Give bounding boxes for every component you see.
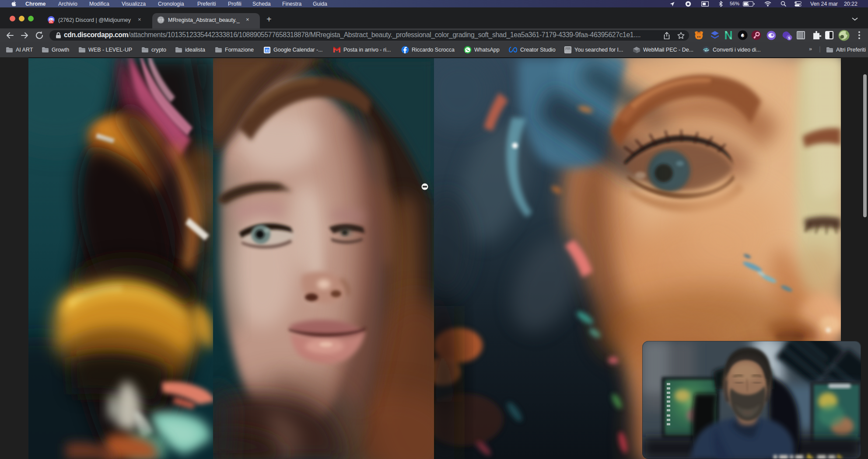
svg-text:24+: 24+ [49,21,53,23]
svg-text:※: ※ [741,33,744,38]
svg-text:31: 31 [265,49,269,52]
svg-text:5: 5 [788,36,790,40]
